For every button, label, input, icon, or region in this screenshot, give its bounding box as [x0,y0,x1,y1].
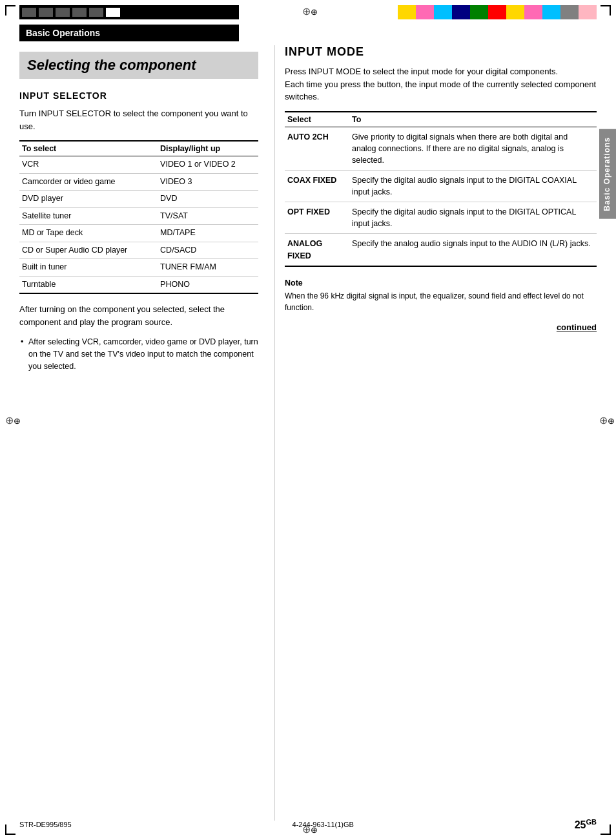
selector-cell-select: MD or Tape deck [19,225,158,242]
input-mode-heading: INPUT MODE [285,45,597,59]
mode-col-to: To [349,112,597,127]
footer-code: 4-244-963-11(1)GB [293,821,354,828]
input-mode-desc1: Press INPUT MODE to select the input mod… [285,65,597,103]
corner-mark-br [601,824,611,835]
tick-3 [56,8,70,17]
table-row: Built in tunerTUNER FM/AM [19,259,258,277]
note-section: Note When the 96 kHz digital signal is i… [285,278,597,313]
tick-4 [72,8,87,17]
selector-cell-display: MD/TAPE [158,225,258,242]
mode-cell-to: Specify the digital audio signals input … [349,202,597,234]
color-bar [398,5,597,19]
table-row: OPT FIXEDSpecify the digital audio signa… [285,202,597,234]
column-divider [274,45,275,821]
table-row: TurntablePHONO [19,276,258,293]
note-title: Note [285,278,597,288]
mode-cell-to: Specify the digital audio signals input … [349,170,597,202]
selector-cell-select: Turntable [19,276,158,293]
selector-cell-display: PHONO [158,276,258,293]
selector-cell-display: CD/SACD [158,242,258,259]
selector-col-select: To select [19,141,158,156]
crosshair-top: ⊕ [302,5,314,17]
color-block [579,5,597,19]
selector-cell-select: DVD player [19,191,158,208]
selector-cell-display: DVD [158,191,258,208]
selector-cell-select: CD or Super Audio CD player [19,242,158,259]
page-title-box: Selecting the component [19,52,258,79]
continued-label: continued [285,322,597,332]
note-text: When the 96 kHz digital signal is input,… [285,290,597,313]
mode-cell-select: AUTO 2CH [285,127,349,170]
mode-cell-select: OPT FIXED [285,202,349,234]
color-block [542,5,560,19]
corner-mark-bl [5,824,15,835]
mode-cell-select: COAX FIXED [285,170,349,202]
color-block [416,5,434,19]
table-row: COAX FIXEDSpecify the digital audio sign… [285,170,597,202]
input-selector-heading: INPUT SELECTOR [19,90,258,101]
table-row: DVD playerDVD [19,191,258,208]
side-tab-label: Basic Operations [599,129,616,219]
color-block [524,5,542,19]
tick-5 [89,8,103,17]
color-block [560,5,579,19]
mode-cell-select: ANALOG FIXED [285,234,349,266]
color-block [452,5,470,19]
mode-cell-to: Specify the analog audio signals input t… [349,234,597,266]
footer: STR-DE995/895 4-244-963-11(1)GB 25GB [19,818,597,831]
mode-col-select: Select [285,112,349,127]
selector-cell-display: VIDEO 3 [158,173,258,191]
crosshair-right: ⊕ [599,414,611,426]
corner-mark-tr [601,5,611,16]
selector-table: To select Display/light up VCRVIDEO 1 or… [19,140,258,294]
corner-mark-tl [5,5,15,16]
left-column: Selecting the component INPUT SELECTOR T… [19,45,271,821]
right-column: INPUT MODE Press INPUT MODE to select th… [278,45,597,821]
crosshair-left: ⊕ [5,414,17,426]
color-block [398,5,416,19]
table-row: CD or Super Audio CD playerCD/SACD [19,242,258,259]
color-block [506,5,524,19]
after-text: After turning on the component you selec… [19,303,258,328]
table-row: MD or Tape deckMD/TAPE [19,225,258,242]
color-block [470,5,488,19]
color-block [434,5,452,19]
page-number: 25GB [575,818,597,831]
page-title: Selecting the component [27,57,251,74]
selector-cell-display: TUNER FM/AM [158,259,258,277]
table-row: VCRVIDEO 1 or VIDEO 2 [19,156,258,174]
selector-cell-display: TV/SAT [158,207,258,225]
color-block [488,5,506,19]
table-row: ANALOG FIXEDSpecify the analog audio sig… [285,234,597,266]
tick-1 [22,8,36,17]
section-label: Basic Operations [19,25,239,41]
table-row: Camcorder or video gameVIDEO 3 [19,173,258,191]
selector-cell-select: VCR [19,156,158,174]
table-row: Satellite tunerTV/SAT [19,207,258,225]
tick-6 [106,8,120,17]
tick-2 [39,8,53,17]
selector-cell-select: Camcorder or video game [19,173,158,191]
selector-cell-display: VIDEO 1 or VIDEO 2 [158,156,258,174]
mode-table: Select To AUTO 2CHGive priority to digit… [285,111,597,267]
table-row: AUTO 2CHGive priority to digital signals… [285,127,597,170]
selector-col-display: Display/light up [158,141,258,156]
bullet-text: After selecting VCR, camcorder, video ga… [19,336,258,372]
header-tick-bar [19,5,239,19]
selector-cell-select: Built in tuner [19,259,158,277]
footer-model: STR-DE995/895 [19,821,72,828]
mode-cell-to: Give priority to digital signals when th… [349,127,597,170]
input-selector-intro: Turn INPUT SELECTOR to select the compon… [19,107,258,132]
selector-cell-select: Satellite tuner [19,207,158,225]
main-content: Selecting the component INPUT SELECTOR T… [19,45,597,821]
